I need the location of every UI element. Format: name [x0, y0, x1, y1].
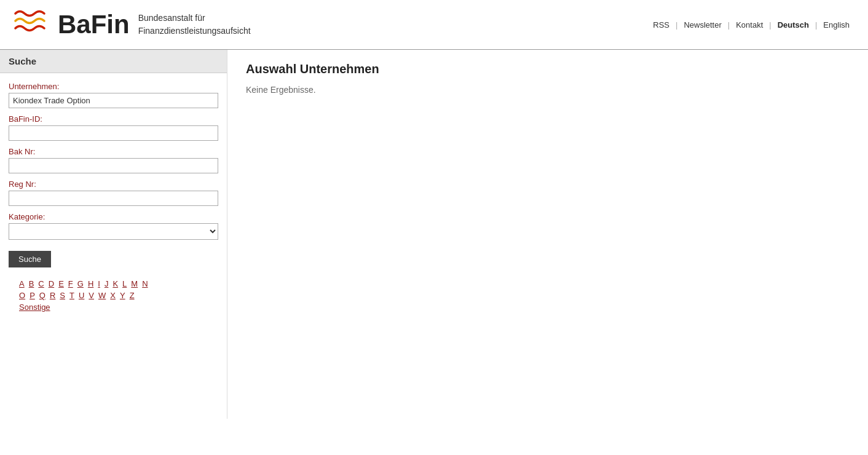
- alpha-link-q[interactable]: Q: [37, 290, 47, 301]
- header: BaFin Bundesanstalt für Finanzdienstleis…: [0, 0, 868, 49]
- unternehmen-input[interactable]: [9, 93, 218, 108]
- sonstige-link[interactable]: Sonstige: [17, 302, 210, 312]
- reg-nr-label: Reg Nr:: [9, 180, 218, 189]
- alpha-link-b[interactable]: B: [27, 279, 36, 289]
- alpha-link-r[interactable]: R: [48, 290, 57, 301]
- bafin-subtitle: Bundesanstalt für Finanzdienstleistungsa…: [138, 12, 251, 38]
- alpha-link-t[interactable]: T: [68, 290, 76, 301]
- reg-nr-group: Reg Nr:: [9, 180, 218, 206]
- content-title: Auswahl Unternehmen: [246, 62, 850, 76]
- newsletter-link[interactable]: Newsletter: [677, 20, 727, 30]
- alpha-link-k[interactable]: K: [111, 279, 120, 289]
- alpha-link-l[interactable]: L: [120, 279, 128, 289]
- bafin-logo-icon: [12, 6, 49, 43]
- main-layout: Suche Unternehmen: BaFin-ID: Bak Nr: Reg…: [0, 50, 868, 419]
- alpha-link-x[interactable]: X: [108, 290, 117, 301]
- bak-nr-group: Bak Nr:: [9, 147, 218, 173]
- bafin-id-input[interactable]: [9, 125, 218, 141]
- alpha-row-1: ABCDEFGHIJKLMN: [17, 279, 210, 289]
- alpha-link-c[interactable]: C: [36, 279, 45, 289]
- bafin-id-group: BaFin-ID:: [9, 114, 218, 141]
- kategorie-select[interactable]: [9, 223, 218, 240]
- logo-area: BaFin Bundesanstalt für Finanzdienstleis…: [12, 6, 251, 43]
- alpha-link-h[interactable]: H: [86, 279, 95, 289]
- unternehmen-label: Unternehmen:: [9, 82, 218, 91]
- kontakt-link[interactable]: Kontakt: [730, 20, 769, 30]
- alpha-link-i[interactable]: I: [96, 279, 102, 289]
- kategorie-label: Kategorie:: [9, 212, 218, 221]
- bak-nr-input[interactable]: [9, 158, 218, 173]
- no-results-text: Keine Ergebnisse.: [246, 85, 850, 95]
- kategorie-group: Kategorie:: [9, 212, 218, 240]
- bafin-logo-text: BaFin: [58, 12, 130, 38]
- content-area: Auswahl Unternehmen Keine Ergebnisse.: [227, 50, 868, 419]
- alpha-link-o[interactable]: O: [17, 290, 27, 301]
- alpha-row-2: OPQRSTUVWXYZ: [17, 290, 210, 301]
- sidebar-title: Suche: [0, 50, 227, 73]
- english-link[interactable]: English: [817, 20, 856, 30]
- alpha-link-w[interactable]: W: [97, 290, 108, 301]
- alpha-link-z[interactable]: Z: [128, 290, 136, 301]
- alpha-link-y[interactable]: Y: [118, 290, 127, 301]
- deutsch-link[interactable]: Deutsch: [771, 20, 815, 30]
- header-nav: RSS | Newsletter | Kontakt | Deutsch | E…: [647, 20, 856, 30]
- alpha-link-s[interactable]: S: [58, 290, 67, 301]
- alpha-link-g[interactable]: G: [76, 279, 85, 289]
- alpha-link-a[interactable]: A: [17, 279, 26, 289]
- sidebar-form: Unternehmen: BaFin-ID: Bak Nr: Reg Nr: K…: [0, 73, 227, 321]
- rss-link[interactable]: RSS: [647, 20, 676, 30]
- alpha-link-f[interactable]: F: [66, 279, 75, 289]
- alpha-link-m[interactable]: M: [129, 279, 140, 289]
- reg-nr-input[interactable]: [9, 191, 218, 206]
- alpha-link-p[interactable]: P: [28, 290, 37, 301]
- alpha-link-e[interactable]: E: [57, 279, 66, 289]
- alpha-link-v[interactable]: V: [87, 290, 96, 301]
- alpha-nav: ABCDEFGHIJKLMN OPQRSTUVWXYZ Sonstige: [9, 276, 218, 312]
- alpha-link-j[interactable]: J: [103, 279, 111, 289]
- search-button[interactable]: Suche: [9, 251, 51, 267]
- alpha-link-n[interactable]: N: [140, 279, 149, 289]
- unternehmen-group: Unternehmen:: [9, 82, 218, 108]
- alpha-link-d[interactable]: D: [47, 279, 56, 289]
- sidebar: Suche Unternehmen: BaFin-ID: Bak Nr: Reg…: [0, 50, 227, 419]
- alpha-link-u[interactable]: U: [77, 290, 86, 301]
- bak-nr-label: Bak Nr:: [9, 147, 218, 156]
- bafin-id-label: BaFin-ID:: [9, 114, 218, 124]
